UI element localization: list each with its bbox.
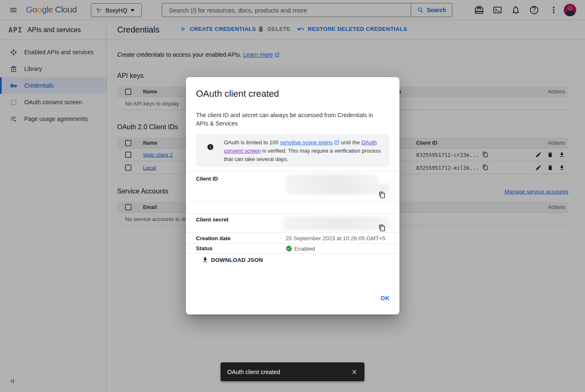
divider bbox=[186, 253, 399, 254]
client-secret-label: Client secret bbox=[196, 216, 228, 223]
download-json-label: DOWNLOAD JSON bbox=[211, 257, 263, 263]
divider bbox=[186, 232, 399, 233]
client-id-label: Client ID bbox=[196, 176, 218, 182]
download-icon bbox=[202, 256, 208, 263]
info-icon bbox=[207, 143, 214, 151]
status-label: Status bbox=[196, 245, 213, 251]
creation-date-value: 25 September 2023 at 10:26:05 GMT+5 bbox=[286, 235, 385, 241]
external-link-icon bbox=[334, 139, 339, 145]
notice-part: OAuth is limited to 100 bbox=[224, 139, 280, 146]
copy-client-secret-icon[interactable] bbox=[379, 224, 386, 231]
divider bbox=[186, 171, 399, 171]
divider bbox=[186, 243, 399, 244]
creation-date-label: Creation date bbox=[196, 235, 231, 241]
oauth-client-created-dialog: OAuth client created The client ID and s… bbox=[186, 77, 399, 314]
dialog-description: The client ID and secret can always be a… bbox=[196, 111, 384, 128]
google-cloud-console: GoogleCloud BoxyHQ Search bbox=[0, 0, 585, 392]
ok-button[interactable]: OK bbox=[381, 295, 390, 302]
divider bbox=[186, 214, 399, 214]
status-value: Enabled bbox=[294, 246, 315, 252]
close-icon[interactable] bbox=[351, 369, 358, 375]
client-id-redacted-value bbox=[378, 185, 389, 190]
client-secret-redacted-value bbox=[283, 216, 390, 230]
copy-client-id-icon[interactable] bbox=[379, 191, 386, 199]
verification-notice: OAuth is limited to 100 sensitive scope … bbox=[196, 134, 389, 167]
toast-message: OAuth client created bbox=[227, 369, 351, 375]
notice-part: until the bbox=[339, 139, 362, 146]
download-json-button[interactable]: DOWNLOAD JSON bbox=[202, 256, 263, 263]
check-circle-icon bbox=[286, 245, 292, 252]
client-id-redacted-value bbox=[291, 185, 390, 193]
toast-notification: OAuth client created bbox=[221, 362, 364, 381]
dialog-title: OAuth client created bbox=[196, 88, 279, 99]
notice-text: OAuth is limited to 100 sensitive scope … bbox=[224, 138, 387, 163]
sensitive-scope-logins-link[interactable]: sensitive scope logins bbox=[280, 139, 332, 146]
divider bbox=[186, 201, 399, 202]
